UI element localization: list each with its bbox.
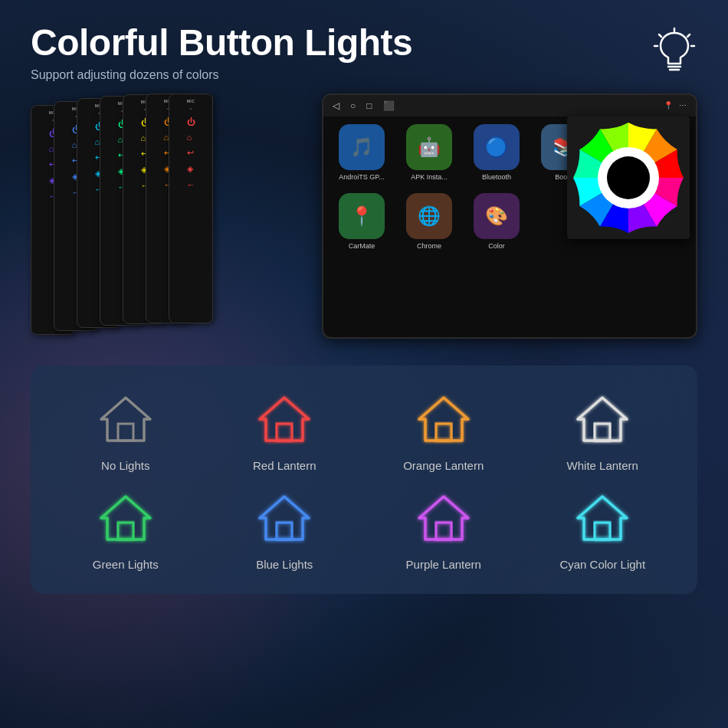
- app-chrome[interactable]: 🌐 Chrome: [398, 193, 460, 250]
- menu-nav-icon[interactable]: ⬛: [383, 100, 395, 111]
- app-chrome-icon: 🌐: [406, 193, 452, 239]
- label-blue-lights: Blue Lights: [256, 558, 313, 571]
- status-icons: 📍 ⋯: [664, 101, 687, 110]
- app-androits[interactable]: 🎵 AndroiTS GP...: [331, 124, 392, 184]
- svg-rect-11: [277, 424, 292, 441]
- color-options-row-2: Green Lights Blue Lights: [46, 487, 682, 571]
- app-grid: 🎵 AndroiTS GP... 🤖 APK Insta...: [323, 116, 696, 257]
- app-color-emoji: 🎨: [485, 205, 508, 227]
- app-apk-emoji: 🤖: [418, 136, 441, 158]
- house-icon-white: [572, 389, 633, 450]
- svg-rect-12: [436, 424, 451, 441]
- app-carmate-label: CarMate: [349, 242, 375, 250]
- back-btn-7: ↩: [187, 148, 195, 158]
- house-icon-green: [95, 487, 156, 549]
- power-btn-7: ⏻: [187, 117, 195, 126]
- app-bluetooth-emoji: 🔵: [485, 136, 508, 158]
- house-icon-cyan: [572, 487, 633, 549]
- app-carmate-emoji: 📍: [350, 205, 373, 227]
- location-icon: 📍: [664, 101, 673, 110]
- vol-btn-7: ◈: [187, 164, 195, 174]
- color-option-orange-lantern: Orange Lantern: [382, 389, 505, 472]
- svg-line-3: [659, 34, 661, 37]
- app-bluetooth[interactable]: 🔵 Bluetooth: [466, 124, 527, 184]
- recent-nav-icon[interactable]: □: [366, 100, 372, 111]
- label-white-lantern: White Lantern: [567, 459, 638, 472]
- app-androits-label: AndroiTS GP...: [339, 173, 384, 181]
- app-androits-emoji: 🎵: [350, 136, 373, 158]
- btn-col-7: ⏻ ⌂ ↩ ◈ ←: [187, 117, 195, 189]
- house-icon-purple: [413, 487, 474, 549]
- lightbulb-icon: [651, 27, 697, 73]
- svg-point-9: [607, 156, 650, 199]
- app-bluetooth-label: Bluetooth: [482, 173, 511, 181]
- nav-icons: ◁ ○ □ ⬛: [333, 100, 395, 111]
- color-option-blue-lights: Blue Lights: [223, 487, 346, 571]
- svg-rect-14: [118, 523, 133, 539]
- color-option-green-lights: Green Lights: [64, 487, 187, 571]
- tablet-7: MIC ⏻ ⌂ ↩ ◈ ←: [169, 93, 213, 323]
- svg-rect-17: [595, 523, 610, 539]
- color-wheel-overlay: [567, 116, 690, 239]
- label-cyan-light: Cyan Color Light: [559, 558, 645, 571]
- app-color[interactable]: 🎨 Color: [466, 193, 527, 250]
- svg-rect-13: [595, 424, 610, 441]
- color-option-purple-lantern: Purple Lantern: [382, 487, 505, 571]
- color-option-white-lantern: White Lantern: [541, 389, 664, 472]
- color-option-no-lights: No Lights: [64, 389, 187, 472]
- svg-rect-15: [277, 523, 292, 539]
- app-carmate[interactable]: 📍 CarMate: [331, 193, 392, 250]
- rst-dot-7: [190, 108, 192, 110]
- subtitle: Support adjusting dozens of colors: [31, 68, 412, 82]
- label-orange-lantern: Orange Lantern: [403, 459, 484, 472]
- app-apk-icon: 🤖: [406, 124, 452, 170]
- color-options-row-1: No Lights Red Lantern: [46, 389, 682, 472]
- app-color-label: Color: [488, 242, 505, 250]
- app-apk[interactable]: 🤖 APK Insta...: [398, 124, 460, 184]
- main-screen: ◁ ○ □ ⬛ 📍 ⋯ 🎵 AndroiTS GP...: [322, 93, 697, 339]
- house-icon-blue: [254, 487, 315, 549]
- label-purple-lantern: Purple Lantern: [406, 558, 481, 571]
- screen-top-bar: ◁ ○ □ ⬛ 📍 ⋯: [323, 95, 696, 116]
- app-chrome-emoji: 🌐: [418, 205, 441, 227]
- label-green-lights: Green Lights: [93, 558, 159, 571]
- color-option-red-lantern: Red Lantern: [223, 389, 346, 472]
- app-carmate-icon: 📍: [339, 193, 385, 239]
- color-wheel-svg: [572, 121, 685, 234]
- color-option-cyan-light: Cyan Color Light: [541, 487, 664, 571]
- color-options-section: No Lights Red Lantern: [31, 366, 697, 594]
- svg-rect-16: [436, 523, 451, 539]
- app-bluetooth-icon: 🔵: [474, 124, 520, 170]
- house-icon-no-lights: [95, 389, 156, 450]
- main-container: Colorful Button Lights Support adjusting…: [0, 0, 728, 728]
- main-title: Colorful Button Lights: [31, 23, 412, 64]
- app-color-icon: 🎨: [474, 193, 520, 239]
- nav-btn-7: ←: [187, 180, 195, 189]
- device-section: MIC ⏻ ⌂ ↩ ◈ ← MIC ⏻ ⌂ ↩ ◈: [31, 93, 697, 354]
- app-chrome-label: Chrome: [417, 242, 441, 250]
- home-btn-7: ⌂: [187, 133, 195, 142]
- more-icon: ⋯: [679, 101, 687, 110]
- svg-line-4: [687, 34, 690, 37]
- home-nav-icon[interactable]: ○: [350, 100, 356, 111]
- app-apk-label: APK Insta...: [411, 173, 448, 181]
- header-text: Colorful Button Lights Support adjusting…: [31, 23, 412, 82]
- house-icon-red: [254, 389, 315, 450]
- header: Colorful Button Lights Support adjusting…: [31, 23, 697, 82]
- house-icon-orange: [413, 389, 474, 450]
- svg-rect-10: [118, 424, 133, 441]
- mic-label-7: MIC: [187, 99, 195, 103]
- back-nav-icon[interactable]: ◁: [333, 100, 339, 111]
- label-no-lights: No Lights: [101, 459, 149, 472]
- label-red-lantern: Red Lantern: [253, 459, 316, 472]
- app-androits-icon: 🎵: [339, 124, 385, 170]
